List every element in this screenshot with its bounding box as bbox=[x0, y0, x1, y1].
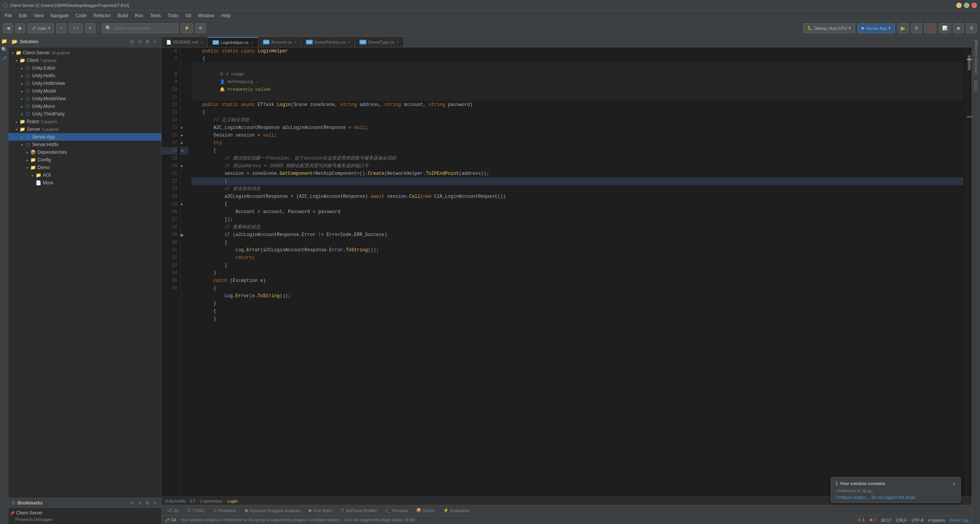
client-arrow[interactable] bbox=[14, 58, 19, 63]
tree-item-unity-model[interactable]: ⬡ Unity.Model bbox=[8, 87, 161, 95]
unity-hotfixview-arrow[interactable] bbox=[19, 81, 24, 86]
run-config-button[interactable]: ▶ Server App ▾ bbox=[858, 23, 895, 33]
code-content[interactable]: public static class LoginHelper { ① 1 us… bbox=[188, 47, 966, 496]
tree-item-unity-modelview[interactable]: ⬡ Unity.ModelView bbox=[8, 95, 161, 103]
demo-arrow[interactable] bbox=[24, 165, 30, 170]
event-log-button[interactable]: Event Log bbox=[949, 518, 969, 522]
play-button[interactable]: ▶ bbox=[897, 23, 909, 33]
close-panel-button[interactable]: × bbox=[152, 39, 158, 45]
collapse-all-button[interactable]: ⊟ bbox=[129, 39, 135, 45]
right-tab-unit-tests-coverage[interactable]: Unit Tests Coverage bbox=[973, 37, 979, 76]
tree-item-demo[interactable]: 📁 Demo bbox=[8, 164, 161, 171]
check-double-button[interactable]: ✓✓ bbox=[69, 23, 83, 33]
scenefactory-close[interactable]: × bbox=[348, 40, 350, 44]
scrollbar-indicator[interactable] bbox=[966, 47, 972, 496]
tree-item-config[interactable]: 📁 Config bbox=[8, 156, 161, 164]
unity-editor-arrow[interactable] bbox=[19, 65, 24, 71]
menu-item-tests[interactable]: Tests bbox=[147, 12, 164, 19]
server-arrow[interactable] bbox=[14, 127, 19, 132]
solution-arrow[interactable] bbox=[10, 50, 15, 55]
tab-todo[interactable]: ☑ TODO bbox=[183, 507, 209, 514]
breadcrumb-et[interactable]: ET bbox=[190, 499, 196, 503]
do-not-suggest-link[interactable]: Do not suggest this plugin bbox=[872, 495, 916, 500]
menu-item-window[interactable]: Window bbox=[195, 12, 217, 19]
server-app-arrow[interactable] bbox=[19, 134, 24, 140]
menu-item-git[interactable]: Git bbox=[182, 12, 194, 19]
checkmark-button[interactable]: ✓ bbox=[56, 23, 67, 33]
search-tab-icon[interactable]: 🔍 bbox=[1, 46, 8, 53]
bookmarks-close-button[interactable]: × bbox=[152, 500, 158, 506]
tree-item-dependencies[interactable]: 📦 Dependencies bbox=[8, 148, 161, 156]
tab-dynamic-analysis[interactable]: ◉ Dynamic Program Analysis bbox=[241, 507, 304, 514]
status-git[interactable]: ⎇ Git bbox=[165, 517, 176, 522]
tree-item-unity-hotfix[interactable]: ⬡ Unity.Hotfix bbox=[8, 72, 161, 80]
tree-item-more[interactable]: 📄 More bbox=[8, 179, 161, 187]
menu-item-navigate[interactable]: Navigate bbox=[47, 12, 72, 19]
menu-item-build[interactable]: Build bbox=[114, 12, 131, 19]
tab-terminal[interactable]: >_ Terminal bbox=[382, 507, 412, 514]
misc-button-1[interactable]: ⚡ bbox=[181, 23, 193, 33]
unity-model-arrow[interactable] bbox=[19, 88, 24, 94]
right-tab-todo[interactable]: TODO bbox=[973, 78, 979, 94]
settings-button[interactable]: ⚙ bbox=[966, 23, 977, 33]
tab-endpoints[interactable]: ⚡ Endpoints bbox=[439, 507, 473, 514]
menu-item-help[interactable]: Help bbox=[218, 12, 234, 19]
close-button[interactable]: × bbox=[972, 3, 977, 8]
tab-problems[interactable]: ⚠ Problems bbox=[209, 507, 240, 514]
coverage-button[interactable]: ◉ bbox=[953, 23, 964, 33]
tree-item-server-app[interactable]: ⬡ Server.App bbox=[8, 133, 161, 141]
debug-button[interactable]: 🐞 bbox=[924, 23, 936, 33]
loginhelper-close[interactable]: × bbox=[251, 40, 253, 45]
menu-item-code[interactable]: Code bbox=[72, 12, 90, 19]
profile-button[interactable]: 📊 bbox=[939, 23, 951, 33]
breadcrumb-loginhelper[interactable]: LoginHelper bbox=[200, 499, 223, 503]
debug-config-button[interactable]: 🐛 Debug | Any CPU ▾ bbox=[803, 23, 855, 33]
server-hotfix-arrow[interactable] bbox=[19, 142, 24, 147]
menu-item-edit[interactable]: Edit bbox=[16, 12, 30, 19]
menu-item-tools[interactable]: Tools bbox=[165, 12, 181, 19]
main-branch-button[interactable]: ⎇ main ▾ bbox=[28, 23, 54, 33]
menu-item-run[interactable]: Run bbox=[132, 12, 146, 19]
tab-nuget[interactable]: 📦 NuGet bbox=[412, 507, 439, 514]
tree-item-unity-editor[interactable]: ⬡ Unity.Editor bbox=[8, 64, 161, 72]
nav-forward-button[interactable]: ▶ bbox=[15, 23, 25, 33]
settings-icon[interactable]: ⚙ bbox=[144, 39, 150, 45]
nav-back-button[interactable]: ◀ bbox=[3, 23, 13, 33]
bookmarks-edit-button[interactable]: ✏ bbox=[129, 500, 135, 506]
notification-close-button[interactable]: ∨ bbox=[952, 480, 956, 487]
tab-scenetype[interactable]: C# SceneType.cs × bbox=[355, 37, 404, 47]
bookmarks-header[interactable]: ☰ Bookmarks ✏ ≡ ⚙ × bbox=[8, 498, 161, 508]
bookmark-pinned-debugger[interactable]: Pinned in Debugger bbox=[8, 516, 161, 522]
menu-item-file[interactable]: File bbox=[2, 12, 15, 19]
robot-arrow[interactable] bbox=[14, 119, 19, 124]
config-arrow[interactable] bbox=[24, 157, 30, 163]
tab-readme[interactable]: 📄 README.md × bbox=[162, 37, 208, 47]
menu-item-view[interactable]: View bbox=[31, 12, 47, 19]
aoi-arrow[interactable] bbox=[30, 172, 35, 178]
robot-folder[interactable]: 📁 Robot 3 projects bbox=[8, 118, 161, 125]
tab-loginhelper[interactable]: C# LoginHelper.cs × bbox=[208, 37, 258, 47]
readme-close[interactable]: × bbox=[200, 40, 203, 44]
unity-modelview-arrow[interactable] bbox=[19, 96, 24, 101]
tree-item-aoi[interactable]: 📁 AOI bbox=[8, 171, 161, 179]
tab-dottrace[interactable]: ⏱ dotTrace Profiler bbox=[336, 507, 381, 514]
bookmark-client-server[interactable]: 📌 Client-Server bbox=[8, 509, 161, 516]
unity-mono-arrow[interactable] bbox=[19, 104, 24, 109]
unity-hotfix-arrow[interactable] bbox=[19, 73, 24, 78]
code-editor[interactable]: 6 7 · 8 9 10 11 12 13 14 15 16 17 18 19 … bbox=[162, 47, 972, 496]
maximize-button[interactable]: □ bbox=[964, 3, 969, 8]
server-folder[interactable]: 📁 Server 3 projects bbox=[8, 125, 161, 133]
breadcrumb-login[interactable]: Login bbox=[227, 499, 238, 503]
tree-item-server-hotfix[interactable]: ⬡ Server.Hotfix bbox=[8, 141, 161, 148]
tree-item-unity-mono[interactable]: ⬡ Unity.Mono bbox=[8, 103, 161, 110]
search-input[interactable] bbox=[114, 26, 175, 31]
misc-button-2[interactable]: ⚙ bbox=[195, 23, 206, 33]
dependencies-arrow[interactable] bbox=[24, 150, 30, 155]
unity-thirdparty-arrow[interactable] bbox=[19, 111, 24, 117]
bookmarks-settings-button[interactable]: ⚙ bbox=[144, 500, 150, 506]
verify-button[interactable]: ✔ bbox=[85, 23, 95, 33]
configure-plugins-link[interactable]: Configure plugins... bbox=[836, 495, 869, 500]
tab-scenefactory[interactable]: C# SceneFactory.cs × bbox=[301, 37, 355, 47]
search-box[interactable]: 🔍 bbox=[102, 23, 178, 33]
tab-git[interactable]: ⎇ Git bbox=[163, 507, 183, 514]
